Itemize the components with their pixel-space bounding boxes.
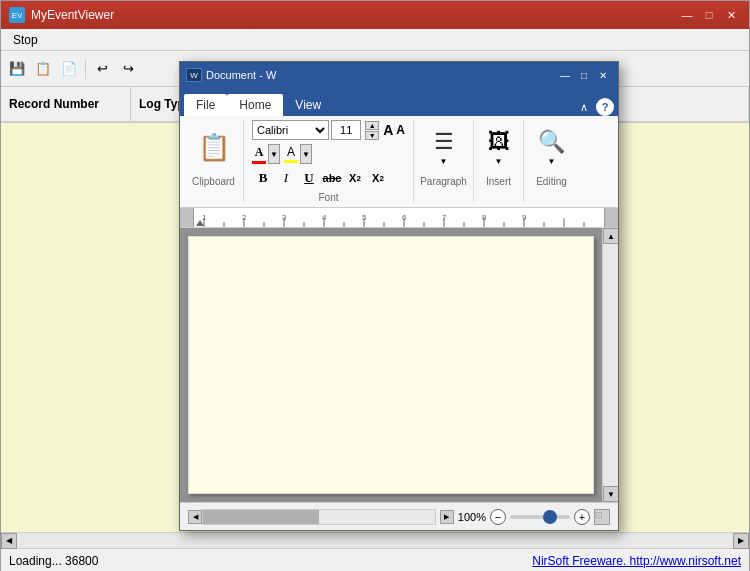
highlight-bar [284, 160, 298, 163]
close-button[interactable]: ✕ [721, 7, 741, 23]
svg-text:4: 4 [322, 213, 327, 222]
word-help-button[interactable]: ? [596, 98, 614, 116]
word-ruler: 1 2 3 4 5 6 7 8 9 [180, 208, 618, 228]
word-minimize-button[interactable]: — [556, 67, 574, 83]
paragraph-dropdown: ▼ [440, 157, 448, 166]
font-row-1: Calibri ▲ ▼ A A [252, 120, 405, 140]
h-scrollbar[interactable]: ◀ ▶ [1, 532, 749, 548]
toolbar-save[interactable]: 💾 [5, 57, 29, 81]
tab-home[interactable]: Home [227, 94, 283, 116]
toolbar-new[interactable]: 📄 [57, 57, 81, 81]
svg-text:2: 2 [242, 213, 247, 222]
font-format-row: B I U abc X2 X2 [252, 168, 405, 188]
toolbar-sep [85, 59, 86, 79]
h-scroll-right[interactable]: ▶ [733, 533, 749, 549]
tab-view[interactable]: View [283, 94, 333, 116]
font-shrink-button[interactable]: ▼ [365, 131, 379, 140]
word-footer: ◀ ▶ 100% − + ⊡ [180, 502, 618, 530]
ruler-track: 1 2 3 4 5 6 7 8 9 [194, 208, 604, 227]
word-document-area: ▲ ▼ [180, 228, 618, 502]
tab-file[interactable]: File [184, 94, 227, 116]
word-ribbon: 📋 Clipboard Calibri ▲ ▼ [180, 116, 618, 208]
font-color-group: A ▼ A ▼ [252, 144, 312, 164]
status-loading: Loading... 36800 [9, 554, 98, 568]
word-page-area [180, 228, 602, 502]
menu-stop[interactable]: Stop [5, 31, 46, 49]
toolbar-redo[interactable]: ↪ [116, 57, 140, 81]
svg-text:9: 9 [522, 213, 527, 222]
strikethrough-button[interactable]: abc [321, 168, 343, 188]
font-shrink-icon[interactable]: A [396, 123, 405, 137]
vscroll-down[interactable]: ▼ [603, 486, 618, 502]
font-row-color: A ▼ A ▼ [252, 144, 405, 164]
vscroll-up[interactable]: ▲ [603, 228, 618, 244]
ribbon-collapse-icon[interactable]: ∧ [576, 99, 592, 116]
font-grow-button[interactable]: ▲ [365, 121, 379, 130]
window-title: MyEventViewer [31, 8, 677, 22]
minimize-button[interactable]: — [677, 7, 697, 23]
superscript-button[interactable]: X2 [367, 168, 389, 188]
insert-button[interactable]: 🖼 ▼ [474, 120, 524, 174]
hscroll-right-btn[interactable]: ▶ [440, 510, 454, 524]
word-close-button[interactable]: ✕ [594, 67, 612, 83]
zoom-thumb[interactable] [543, 510, 557, 524]
font-name-select[interactable]: Calibri [252, 120, 329, 140]
editing-icon: 🔍 [538, 129, 565, 155]
maximize-button[interactable]: □ [699, 7, 719, 23]
ribbon-paragraph-group: ☰ ▼ Paragraph [414, 120, 474, 203]
editing-content: 🔍 ▼ [524, 120, 579, 174]
window-controls: — □ ✕ [677, 7, 741, 23]
underline-button[interactable]: U [298, 168, 320, 188]
hscroll-left-btn[interactable]: ◀ [188, 510, 202, 524]
ribbon-insert-group: 🖼 ▼ Insert [474, 120, 524, 203]
subscript-button[interactable]: X2 [344, 168, 366, 188]
svg-text:6: 6 [402, 213, 407, 222]
clipboard-icon: 📋 [198, 132, 230, 163]
font-color-bar [252, 161, 266, 164]
resize-grip[interactable]: ⊡ [594, 509, 610, 525]
bold-button[interactable]: B [252, 168, 274, 188]
italic-button[interactable]: I [275, 168, 297, 188]
word-tab-right: ∧ ? [576, 98, 614, 116]
word-window-controls: — □ ✕ [556, 67, 612, 83]
word-popup: W Document - W — □ ✕ File Home View ∧ ? [179, 61, 619, 531]
editing-label: Editing [536, 176, 567, 187]
para-content: ☰ ▼ [419, 120, 469, 174]
word-maximize-button[interactable]: □ [575, 67, 593, 83]
h-scroll-left[interactable]: ◀ [1, 533, 17, 549]
font-size-input[interactable] [331, 120, 361, 140]
ruler-right-margin [604, 208, 618, 227]
svg-text:1: 1 [202, 213, 207, 222]
clipboard-content: 📋 [192, 120, 236, 174]
font-grow-icon[interactable]: A [383, 122, 393, 138]
vscroll-track[interactable] [603, 244, 618, 486]
zoom-in-button[interactable]: + [574, 509, 590, 525]
toolbar-undo[interactable]: ↩ [90, 57, 114, 81]
editing-button[interactable]: 🔍 ▼ [524, 120, 579, 174]
ruler-left-margin [180, 208, 194, 227]
word-tab-bar: File Home View ∧ ? [180, 88, 618, 116]
clipboard-label: Clipboard [192, 176, 235, 187]
svg-text:3: 3 [282, 213, 287, 222]
toolbar-copy[interactable]: 📋 [31, 57, 55, 81]
title-bar: EV MyEventViewer — □ ✕ [1, 1, 749, 29]
font-color-button[interactable]: A [252, 145, 266, 164]
font-color-dropdown[interactable]: ▼ [268, 144, 280, 164]
word-hscroll-thumb [203, 510, 319, 524]
ribbon-font-group: Calibri ▲ ▼ A A A [244, 120, 414, 203]
clipboard-button[interactable]: 📋 [192, 120, 236, 174]
status-link[interactable]: NirSoft Freeware. http://www.nirsoft.net [532, 554, 741, 568]
word-page[interactable] [188, 236, 594, 494]
paragraph-button[interactable]: ☰ ▼ [419, 120, 469, 174]
font-size-arrows: ▲ ▼ [365, 121, 379, 140]
font-label: Font [318, 192, 338, 203]
font-controls: Calibri ▲ ▼ A A A [252, 120, 405, 190]
status-bar: Loading... 36800 NirSoft Freeware. http:… [1, 548, 749, 571]
highlight-button[interactable]: A [284, 145, 298, 163]
zoom-slider[interactable] [510, 515, 570, 519]
zoom-out-button[interactable]: − [490, 509, 506, 525]
word-hscroll-track[interactable] [202, 509, 436, 525]
highlight-dropdown[interactable]: ▼ [300, 144, 312, 164]
insert-icon: 🖼 [488, 129, 510, 155]
word-title-bar: W Document - W — □ ✕ [180, 62, 618, 88]
